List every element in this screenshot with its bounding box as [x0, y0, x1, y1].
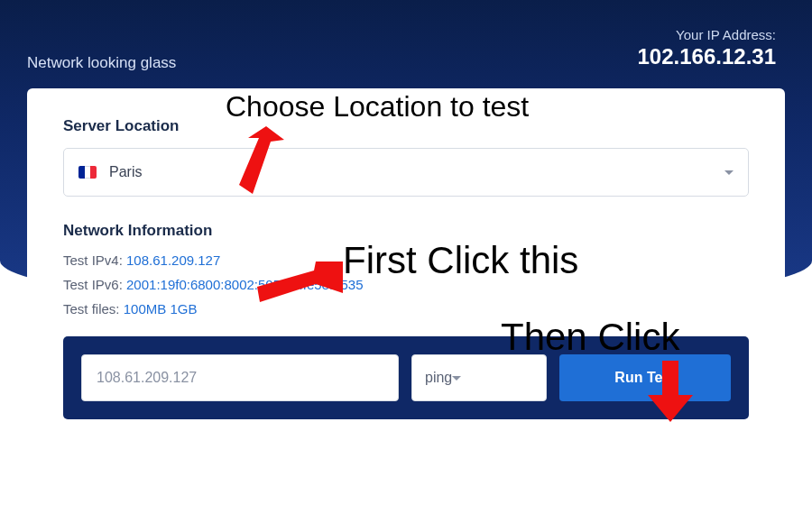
your-ip-value: 102.166.12.31: [638, 44, 776, 69]
chevron-down-icon: [724, 170, 734, 175]
test-files-label: Test files:: [63, 301, 120, 317]
test-file-1gb-link[interactable]: 1GB: [170, 301, 197, 317]
france-flag-icon: [78, 166, 97, 179]
main-card: Server Location Paris Network Informatio…: [27, 88, 785, 446]
server-location-heading: Server Location: [63, 117, 749, 135]
server-location-select[interactable]: Paris: [63, 148, 749, 197]
chevron-down-icon: [452, 376, 461, 381]
server-location-value: Paris: [109, 164, 142, 180]
test-ipv6-link[interactable]: 2001:19f0:6800:8002:5054:ff:fe5e:d535: [126, 277, 363, 292]
test-ipv4-line: Test IPv4: 108.61.209.127: [63, 252, 749, 268]
network-information-heading: Network Information: [63, 222, 749, 240]
test-ipv4-link[interactable]: 108.61.209.127: [126, 252, 220, 268]
host-input[interactable]: [81, 354, 399, 401]
run-test-button[interactable]: Run Test: [559, 354, 731, 401]
test-type-value: ping: [425, 370, 452, 386]
your-ip-label: Your IP Address:: [638, 27, 776, 42]
test-ipv4-label: Test IPv4:: [63, 252, 123, 268]
test-file-100mb-link[interactable]: 100MB: [124, 301, 167, 317]
app-title: Network looking glass: [27, 54, 176, 72]
test-ipv6-label: Test IPv6:: [63, 277, 123, 292]
test-files-line: Test files: 100MB 1GB: [63, 301, 749, 317]
test-type-select[interactable]: ping: [411, 354, 547, 401]
test-ipv6-line: Test IPv6: 2001:19f0:6800:8002:5054:ff:f…: [63, 277, 749, 292]
test-form: ping Run Test: [63, 336, 749, 419]
your-ip-box: Your IP Address: 102.166.12.31: [638, 27, 776, 69]
